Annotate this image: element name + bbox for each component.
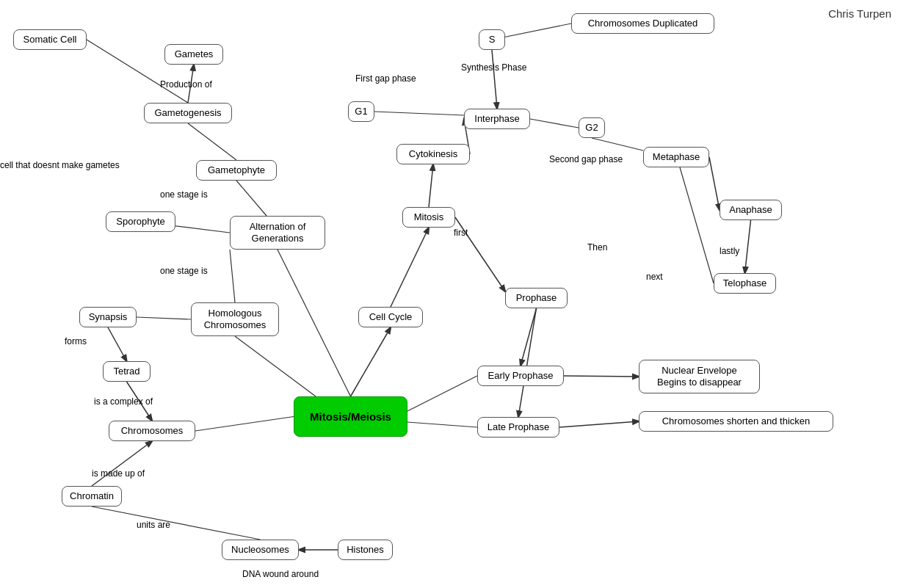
metaphase[interactable]: Metaphase — [643, 147, 709, 167]
svg-line-7 — [137, 317, 191, 319]
gametophyte[interactable]: Gametophyte — [196, 160, 277, 181]
sporophyte[interactable]: Sporophyte — [106, 211, 175, 232]
svg-line-6 — [278, 250, 351, 396]
chrom-dup[interactable]: Chromosomes Duplicated — [571, 13, 714, 34]
lbl-units: units are — [137, 520, 170, 530]
anaphase[interactable]: Anaphase — [720, 200, 782, 220]
lbl-next: next — [646, 272, 663, 282]
lbl-one-stage1: one stage is — [160, 189, 208, 200]
mitosis-meiosis[interactable]: Mitosis/Meiosis — [294, 396, 407, 437]
cytokinesis[interactable]: Cytokinesis — [396, 144, 470, 164]
lbl-madeup: is made up of — [92, 468, 145, 479]
histones[interactable]: Histones — [338, 540, 393, 560]
svg-line-31 — [680, 167, 714, 283]
gametogenesis[interactable]: Gametogenesis — [144, 103, 232, 123]
g1[interactable]: G1 — [348, 101, 374, 122]
lbl-prod: Production of — [160, 79, 212, 90]
interphase[interactable]: Interphase — [464, 109, 530, 129]
alt-gen[interactable]: Alternation of Generations — [230, 216, 325, 250]
lbl-first: first — [454, 228, 468, 238]
late-prophase[interactable]: Late Prophase — [477, 417, 559, 438]
svg-line-5 — [230, 250, 235, 302]
lbl-dnawound: DNA wound around — [242, 569, 319, 579]
lbl-one-stage2: one stage is — [160, 266, 208, 276]
synapsis[interactable]: Synapsis — [79, 307, 137, 327]
chrom-shorten[interactable]: Chromosomes shorten and thicken — [639, 411, 833, 432]
svg-line-13 — [92, 507, 261, 540]
lbl-lastly: lastly — [720, 246, 739, 256]
g2[interactable]: G2 — [579, 117, 605, 138]
svg-line-30 — [745, 220, 751, 273]
svg-line-17 — [429, 164, 433, 207]
lbl-complex: is a complex of — [94, 396, 153, 407]
prophase[interactable]: Prophase — [505, 288, 568, 308]
lbl-first-gap: First gap phase — [355, 73, 416, 84]
nuclear-envelope[interactable]: Nuclear Envelope Begins to disappear — [639, 360, 760, 393]
svg-line-33 — [407, 422, 477, 427]
svg-line-20 — [492, 50, 497, 109]
gametes[interactable]: Gametes — [164, 44, 223, 65]
svg-line-32 — [407, 376, 477, 411]
lbl-second-gap: Second gap phase — [549, 154, 623, 164]
early-prophase[interactable]: Early Prophase — [477, 366, 564, 386]
svg-line-22 — [530, 119, 579, 128]
lbl-cell-gametes: cell that doesnt make gametes — [0, 160, 120, 170]
somatic-cell[interactable]: Somatic Cell — [13, 29, 87, 50]
svg-line-28 — [518, 308, 537, 417]
svg-line-4 — [236, 181, 267, 216]
lbl-then: Then — [587, 242, 607, 253]
lbl-forms: forms — [65, 336, 87, 346]
telophase[interactable]: Telophase — [714, 273, 776, 294]
cell-cycle[interactable]: Cell Cycle — [358, 307, 423, 327]
svg-line-26 — [564, 376, 639, 377]
author-label: Chris Turpen — [828, 7, 891, 20]
svg-line-16 — [391, 228, 429, 307]
svg-line-15 — [351, 327, 391, 396]
svg-line-10 — [195, 417, 294, 432]
s[interactable]: S — [479, 29, 505, 50]
chromatin[interactable]: Chromatin — [62, 486, 122, 507]
tetrad[interactable]: Tetrad — [103, 361, 151, 382]
svg-line-2 — [188, 123, 236, 160]
svg-line-29 — [709, 157, 720, 210]
chromosomes[interactable]: Chromosomes — [109, 421, 195, 441]
mitosis[interactable]: Mitosis — [402, 207, 455, 228]
svg-line-12 — [92, 441, 152, 486]
homologous[interactable]: Homologous Chromosomes — [191, 302, 279, 336]
nucleosomes[interactable]: Nucleosomes — [222, 540, 299, 560]
svg-line-27 — [559, 421, 639, 427]
svg-line-25 — [521, 308, 537, 366]
lbl-synthesis: Synthesis Phase — [461, 62, 526, 73]
svg-line-23 — [592, 138, 643, 150]
svg-line-19 — [374, 112, 464, 115]
svg-line-8 — [108, 327, 127, 361]
svg-line-11 — [235, 336, 316, 396]
